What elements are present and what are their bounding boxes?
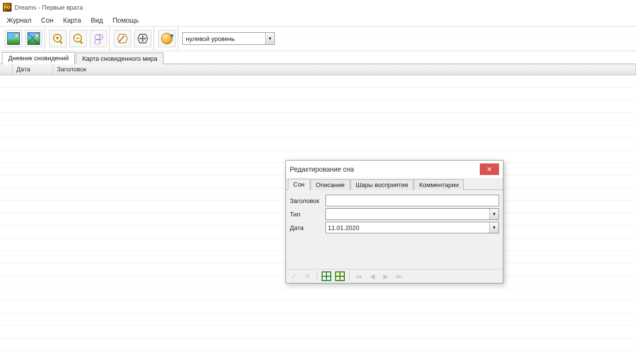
- add-sphere-icon[interactable]: +: [158, 30, 176, 47]
- level-select-value: нулевой уровень: [183, 35, 265, 42]
- column-title[interactable]: Заголовок: [53, 64, 636, 75]
- cancel-button: ✕: [302, 271, 313, 282]
- dialog-title: Редактирование сна: [290, 165, 480, 173]
- tab-perception-spheres[interactable]: Шары восприятия: [351, 179, 414, 190]
- tab-comments[interactable]: Комментарии: [414, 179, 464, 190]
- title-label: Заголовок: [290, 197, 325, 204]
- zoom-out-icon[interactable]: −: [69, 30, 87, 47]
- chevron-down-icon: ▼: [489, 222, 499, 233]
- hex-grid-icon[interactable]: [90, 30, 107, 47]
- journal-column-headers: Дата Заголовок: [0, 64, 636, 75]
- svg-line-4: [119, 36, 124, 42]
- table-row[interactable]: [0, 75, 636, 88]
- edit-dream-dialog: Редактирование сна ✕ Сон Описание Шары в…: [285, 160, 503, 283]
- column-selector[interactable]: [0, 64, 13, 75]
- nav-first-button: ⏮: [353, 271, 364, 282]
- menu-help[interactable]: Помощь: [108, 15, 144, 26]
- nav-last-button: ⏭: [394, 271, 405, 282]
- level-select[interactable]: нулевой уровень ▼: [182, 32, 275, 45]
- grid-tool-b[interactable]: [335, 271, 345, 282]
- prev-icon: ◀: [370, 272, 375, 280]
- type-select[interactable]: ▼: [325, 208, 499, 220]
- tab-dream-map[interactable]: Карта сновиденного мира: [76, 53, 163, 64]
- grid-icon: [335, 271, 345, 281]
- table-row[interactable]: [0, 338, 636, 351]
- main-tabs: Дневник сновидений Карта сновиденного ми…: [0, 51, 636, 64]
- separator: [317, 272, 317, 281]
- close-button[interactable]: ✕: [480, 163, 499, 175]
- zoom-in-icon[interactable]: +: [49, 30, 67, 47]
- table-row[interactable]: [0, 301, 636, 313]
- menu-journal[interactable]: Журнал: [2, 15, 36, 26]
- dialog-footer: ✓ ✕ ⏮ ◀ ▶ ⏭: [286, 269, 503, 283]
- menu-dream[interactable]: Сон: [36, 15, 58, 26]
- tab-description[interactable]: Описание: [311, 179, 350, 190]
- chevron-down-icon: ▼: [265, 33, 274, 44]
- dialog-body: Заголовок Тип ▼ Дата 11.01.2020 ▼: [286, 190, 503, 269]
- hex-edit-icon[interactable]: [114, 30, 131, 47]
- table-row[interactable]: [0, 138, 636, 150]
- window-title: Dreams - Первые врата: [14, 4, 83, 11]
- nav-next-button: ▶: [380, 271, 391, 282]
- dialog-titlebar[interactable]: Редактирование сна ✕: [286, 161, 503, 178]
- landscape-broken-icon[interactable]: [25, 30, 42, 47]
- menubar: Журнал Сон Карта Вид Помощь: [0, 14, 636, 26]
- table-row[interactable]: [0, 288, 636, 301]
- type-label: Тип: [290, 211, 325, 218]
- app-icon: FG: [3, 3, 12, 12]
- svg-marker-2: [95, 40, 100, 44]
- next-icon: ▶: [383, 272, 389, 280]
- tab-journal[interactable]: Дневник сновидений: [2, 52, 75, 64]
- svg-marker-1: [99, 35, 103, 40]
- table-row[interactable]: [0, 113, 636, 125]
- date-picker[interactable]: 11.01.2020 ▼: [325, 222, 499, 233]
- first-icon: ⏮: [355, 272, 362, 280]
- column-date[interactable]: Дата: [13, 64, 53, 75]
- table-row[interactable]: [0, 125, 636, 138]
- landscape-icon[interactable]: [5, 30, 22, 47]
- close-icon: ✕: [487, 165, 492, 173]
- grid-icon: [322, 271, 331, 281]
- check-icon: ✓: [291, 272, 297, 280]
- table-row[interactable]: [0, 313, 636, 326]
- date-label: Дата: [290, 224, 325, 231]
- separator: [349, 272, 350, 281]
- table-row[interactable]: [0, 100, 636, 113]
- chevron-down-icon: ▼: [489, 209, 499, 219]
- confirm-button: ✓: [289, 271, 299, 282]
- table-row[interactable]: [0, 88, 636, 100]
- main-toolbar: + − + нулевой уровень ▼: [0, 26, 636, 51]
- hex-move-icon[interactable]: [134, 30, 151, 47]
- dialog-tabs: Сон Описание Шары восприятия Комментарии: [286, 178, 503, 190]
- menu-map[interactable]: Карта: [58, 15, 86, 26]
- last-icon: ⏭: [396, 272, 403, 280]
- grid-tool-a[interactable]: [321, 271, 332, 282]
- cross-icon: ✕: [305, 272, 311, 280]
- nav-prev-button: ◀: [367, 271, 378, 282]
- table-row[interactable]: [0, 326, 636, 338]
- tab-dream[interactable]: Сон: [288, 179, 310, 190]
- date-value: 11.01.2020: [326, 224, 489, 231]
- window-titlebar: FG Dreams - Первые врата: [0, 0, 636, 14]
- menu-view[interactable]: Вид: [86, 15, 108, 26]
- title-input[interactable]: [325, 195, 499, 206]
